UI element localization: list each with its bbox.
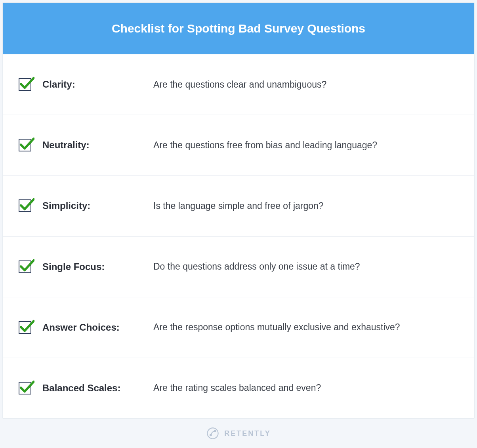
checklist-rows: Clarity: Are the questions clear and una… xyxy=(3,54,474,418)
checkmark-icon xyxy=(19,76,34,91)
item-label: Answer Choices: xyxy=(42,322,153,333)
check-column xyxy=(19,382,42,394)
checklist-row: Neutrality: Are the questions free from … xyxy=(3,115,474,176)
item-label: Balanced Scales: xyxy=(42,383,153,394)
item-description: Are the response options mutually exclus… xyxy=(153,322,458,333)
checkbox-icon xyxy=(19,139,31,151)
checkbox-icon xyxy=(19,382,31,394)
checkbox-icon xyxy=(19,199,31,212)
checkbox-icon xyxy=(19,260,31,273)
card-header: Checklist for Spotting Bad Survey Questi… xyxy=(3,3,474,54)
brand-name: RETENTLY xyxy=(224,429,271,438)
header-title: Checklist for Spotting Bad Survey Questi… xyxy=(112,22,365,35)
check-column xyxy=(19,321,42,334)
brand-logo-icon xyxy=(206,427,219,440)
checkmark-icon xyxy=(19,258,34,273)
item-description: Are the questions clear and unambiguous? xyxy=(153,79,458,90)
item-label: Neutrality: xyxy=(42,140,153,151)
footer: RETENTLY xyxy=(2,419,475,444)
checklist-card: Checklist for Spotting Bad Survey Questi… xyxy=(2,2,475,419)
item-label: Simplicity: xyxy=(42,200,153,211)
checkbox-icon xyxy=(19,321,31,334)
item-description: Are the rating scales balanced and even? xyxy=(153,383,458,393)
check-column xyxy=(19,260,42,273)
check-column xyxy=(19,139,42,151)
checkmark-icon xyxy=(19,197,34,212)
checklist-row: Simplicity: Is the language simple and f… xyxy=(3,176,474,236)
checklist-row: Answer Choices: Are the response options… xyxy=(3,297,474,358)
checkmark-icon xyxy=(19,136,34,151)
checkmark-icon xyxy=(19,379,34,394)
item-description: Do the questions address only one issue … xyxy=(153,261,458,272)
checklist-row: Clarity: Are the questions clear and una… xyxy=(3,54,474,115)
item-description: Is the language simple and free of jargo… xyxy=(153,201,458,211)
checkmark-icon xyxy=(19,319,34,334)
checkbox-icon xyxy=(19,78,31,91)
svg-point-0 xyxy=(208,428,218,438)
item-description: Are the questions free from bias and lea… xyxy=(153,140,458,151)
checklist-row: Single Focus: Do the questions address o… xyxy=(3,237,474,297)
item-label: Clarity: xyxy=(42,79,153,90)
checklist-row: Balanced Scales: Are the rating scales b… xyxy=(3,358,474,418)
item-label: Single Focus: xyxy=(42,261,153,272)
check-column xyxy=(19,78,42,91)
check-column xyxy=(19,199,42,212)
